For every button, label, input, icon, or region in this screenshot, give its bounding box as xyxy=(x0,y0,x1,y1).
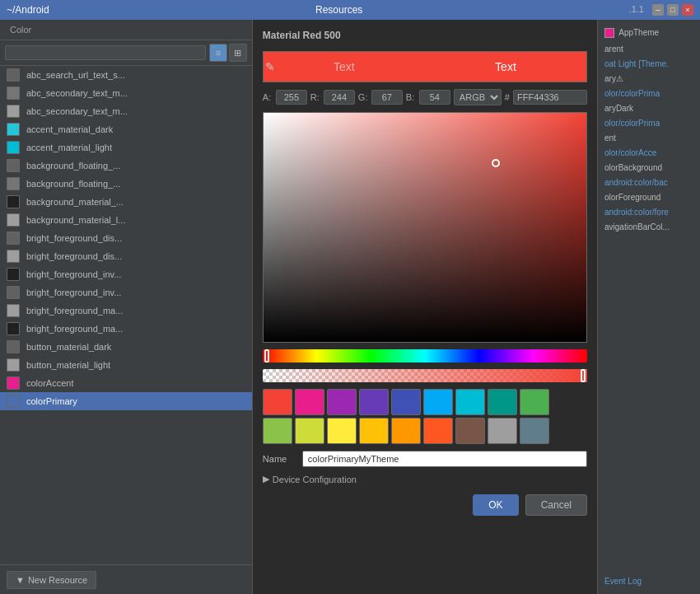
list-item[interactable]: button_material_dark xyxy=(0,338,252,356)
color-swatch-item[interactable] xyxy=(263,418,292,444)
color-swatch-item[interactable] xyxy=(423,389,453,415)
item-color-swatch xyxy=(7,105,20,118)
window-title: Resources xyxy=(49,4,629,16)
color-swatch-item[interactable] xyxy=(520,418,549,444)
color-swatch-item[interactable] xyxy=(295,418,324,444)
a-channel-input[interactable] xyxy=(276,90,307,105)
item-label: accent_material_dark xyxy=(26,124,113,134)
color-swatch-item[interactable] xyxy=(423,418,453,444)
item-color-swatch xyxy=(7,141,20,154)
list-item[interactable]: accent_material_dark xyxy=(0,120,252,138)
list-item[interactable]: abc_secondary_text_m... xyxy=(0,84,252,102)
resource-list: abc_search_url_text_s...abc_secondary_te… xyxy=(0,66,252,564)
bottom-bar: ▼ New Resource xyxy=(0,564,252,594)
maximize-button[interactable]: □ xyxy=(667,4,679,16)
list-item[interactable]: abc_search_url_text_s... xyxy=(0,66,252,84)
close-button[interactable]: × xyxy=(682,4,693,16)
color-swatch-item[interactable] xyxy=(263,389,292,415)
list-view-button[interactable]: ≡ xyxy=(209,44,227,62)
color-swatch-item[interactable] xyxy=(488,418,517,444)
color-mode-select[interactable]: ARGB RGB HSB xyxy=(454,89,502,105)
color-swatch-item[interactable] xyxy=(359,418,389,444)
color-swatches-row xyxy=(263,389,587,444)
item-label: abc_search_url_text_s... xyxy=(26,70,125,80)
item-label: accent_material_light xyxy=(26,143,112,152)
list-item[interactable]: background_material_l... xyxy=(0,211,252,229)
list-item[interactable]: bright_foreground_ma... xyxy=(0,320,252,338)
g-channel-input[interactable] xyxy=(371,90,403,105)
right-app-label: .1.1 xyxy=(629,4,644,16)
search-input[interactable] xyxy=(5,45,206,60)
color-section-label: Color xyxy=(5,23,36,36)
color-swatch-item[interactable] xyxy=(488,389,517,415)
item-label: colorPrimary xyxy=(26,396,77,406)
list-item[interactable]: background_material_... xyxy=(0,193,252,211)
name-input[interactable] xyxy=(302,451,587,467)
name-label: Name xyxy=(263,454,296,464)
r-channel-input[interactable] xyxy=(324,90,355,105)
list-item[interactable]: accent_material_light xyxy=(0,138,252,157)
argb-input-row: A: R: G: B: ARGB RGB HSB # xyxy=(263,89,587,105)
grid-view-button[interactable]: ⊞ xyxy=(229,44,247,62)
app-title: ~/Android xyxy=(7,4,49,16)
list-item[interactable]: bright_foreground_dis... xyxy=(0,247,252,265)
item-label: colorAccent xyxy=(26,378,73,388)
alpha-slider[interactable] xyxy=(263,369,587,382)
color-swatch-item[interactable] xyxy=(327,389,357,415)
color-swatch-item[interactable] xyxy=(327,418,357,444)
item-color-swatch xyxy=(7,250,20,263)
alpha-overlay xyxy=(263,369,587,382)
primarydark-value: olor/colorPrima xyxy=(601,118,697,129)
list-item[interactable]: colorAccent xyxy=(0,374,252,392)
item-label: bright_foreground_inv... xyxy=(26,269,121,279)
color-swatch-item[interactable] xyxy=(391,418,421,444)
list-item[interactable]: bright_foreground_inv... xyxy=(0,265,252,283)
list-item[interactable]: background_floating_... xyxy=(0,157,252,175)
hue-slider[interactable] xyxy=(263,349,587,362)
right-panel: AppTheme arent oat Light [Theme. ary⚠ ol… xyxy=(597,20,700,594)
color-gradient-picker[interactable] xyxy=(263,112,587,343)
b-channel-label: B: xyxy=(406,92,416,102)
item-label: button_material_dark xyxy=(26,342,111,352)
value-gradient xyxy=(264,113,586,342)
color-swatch-item[interactable] xyxy=(295,389,324,415)
new-resource-button[interactable]: ▼ New Resource xyxy=(7,571,96,589)
color-swatch-item[interactable] xyxy=(359,389,389,415)
action-row: OK Cancel xyxy=(263,491,587,516)
item-label: bright_foreground_ma... xyxy=(26,306,123,316)
item-color-swatch xyxy=(7,395,20,408)
a-channel-label: A: xyxy=(263,92,273,102)
list-item[interactable]: bright_foreground_ma... xyxy=(0,302,252,320)
list-item[interactable]: colorPrimary xyxy=(0,392,252,410)
preview-right-text: Text xyxy=(495,60,516,73)
list-item[interactable]: abc_secondary_text_m... xyxy=(0,102,252,120)
left-top-bar: Color xyxy=(0,20,252,40)
b-channel-input[interactable] xyxy=(419,90,450,105)
device-config-section[interactable]: ▶ Device Configuration xyxy=(263,474,587,484)
event-log-label[interactable]: Event Log xyxy=(601,575,697,587)
preview-new: Text xyxy=(425,52,586,82)
navbar-label: avigationBarCol... xyxy=(601,221,697,233)
ok-button[interactable]: OK xyxy=(473,494,518,516)
g-channel-label: G: xyxy=(358,92,368,102)
search-bar: ≡ ⊞ xyxy=(0,40,252,66)
minimize-button[interactable]: – xyxy=(652,4,664,16)
eyedropper-icon[interactable]: ✎ xyxy=(265,60,275,73)
color-swatch-item[interactable] xyxy=(455,418,485,444)
list-item[interactable]: button_material_light xyxy=(0,356,252,374)
preview-current: Text xyxy=(264,52,425,82)
cancel-button[interactable]: Cancel xyxy=(525,494,587,516)
r-channel-label: R: xyxy=(310,92,320,102)
item-label: bright_foreground_dis... xyxy=(26,233,122,243)
list-item[interactable]: background_floating_... xyxy=(0,175,252,193)
color-swatch-item[interactable] xyxy=(391,389,421,415)
title-bar-left: ~/Android xyxy=(7,4,49,16)
color-swatch-item[interactable] xyxy=(455,389,485,415)
color-swatch-item[interactable] xyxy=(520,389,549,415)
apptheme-swatch xyxy=(604,28,614,38)
list-item[interactable]: bright_foreground_dis... xyxy=(0,229,252,247)
hex-input[interactable] xyxy=(513,90,587,105)
view-toggle: ≡ ⊞ xyxy=(209,44,247,62)
list-item[interactable]: bright_foreground_inv... xyxy=(0,283,252,302)
item-color-swatch xyxy=(7,232,20,245)
